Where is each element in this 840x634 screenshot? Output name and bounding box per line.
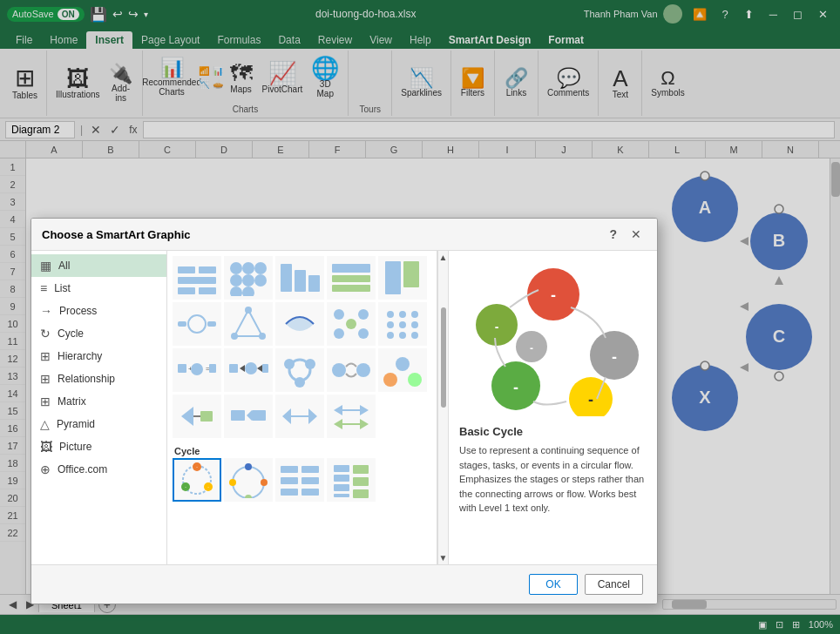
svg-point-68 <box>284 359 295 369</box>
svg-rect-113 <box>353 465 369 474</box>
category-officecom[interactable]: ⊕ Office.com <box>31 458 166 481</box>
scroll-up-button[interactable]: ▲ <box>437 251 450 264</box>
list-category-icon: ≡ <box>40 281 47 295</box>
thumb-12[interactable] <box>224 348 273 392</box>
svg-rect-39 <box>207 321 216 327</box>
svg-text:-: - <box>494 320 498 334</box>
svg-point-45 <box>334 328 344 339</box>
category-hierarchy[interactable]: ⊞ Hierarchy <box>31 345 166 368</box>
svg-rect-109 <box>334 465 349 472</box>
svg-point-101 <box>245 495 252 498</box>
svg-rect-108 <box>301 489 319 496</box>
thumb-19[interactable] <box>327 395 376 438</box>
thumb-17[interactable] <box>224 395 273 438</box>
dialog-help-button[interactable]: ? <box>604 226 622 243</box>
svg-rect-82 <box>252 410 266 421</box>
dialog-overlay: Choose a SmartArt Graphic ? ✕ ▦ All ≡ Li… <box>0 0 840 634</box>
svg-rect-62 <box>229 364 238 373</box>
cancel-button[interactable]: Cancel <box>585 574 643 595</box>
svg-point-53 <box>411 321 418 328</box>
thumb-cycle-1-selected[interactable]: - - - <box>173 458 221 502</box>
svg-marker-91 <box>360 419 369 429</box>
category-officecom-label: Office.com <box>58 463 107 476</box>
preview-title: Basic Cycle <box>459 425 647 438</box>
thumb-5[interactable] <box>378 256 427 300</box>
thumb-11[interactable]: += <box>173 348 221 392</box>
preview-pane: - - - - - <box>449 251 657 564</box>
svg-text:-: - <box>612 348 617 366</box>
cycle-row-1: - - - <box>173 458 431 502</box>
category-list[interactable]: ≡ List <box>31 277 166 300</box>
svg-point-46 <box>358 328 369 339</box>
dialog-close-button[interactable]: ✕ <box>626 226 647 243</box>
thumb-cycle-4[interactable] <box>327 458 376 502</box>
thumbnails-scrollbar[interactable]: ▲ ▼ <box>437 251 448 564</box>
thumb-cycle-2[interactable] <box>224 458 273 502</box>
thumb-16[interactable] <box>173 395 221 438</box>
svg-rect-61 <box>209 364 216 373</box>
dialog-title-buttons: ? ✕ <box>604 226 647 243</box>
svg-rect-18 <box>178 277 216 284</box>
thumb-10[interactable] <box>378 302 427 346</box>
category-pyramid[interactable]: △ Pyramid <box>31 413 166 435</box>
ok-button[interactable]: OK <box>529 574 577 595</box>
category-process-label: Process <box>59 305 97 317</box>
svg-marker-63 <box>240 365 245 372</box>
svg-marker-89 <box>334 419 342 429</box>
thumb-6[interactable] <box>173 302 221 346</box>
svg-rect-16 <box>178 266 195 273</box>
category-process[interactable]: → Process <box>31 300 166 322</box>
svg-point-102 <box>229 479 236 486</box>
thumb-7[interactable] <box>224 302 273 346</box>
svg-point-24 <box>230 274 242 287</box>
thumb-14[interactable] <box>327 348 376 392</box>
category-picture-label: Picture <box>59 441 91 453</box>
category-relationship[interactable]: ⊞ Relationship <box>31 368 166 390</box>
thumb-cycle-3[interactable] <box>275 458 324 502</box>
thumb-8[interactable] <box>275 302 324 346</box>
svg-text:-: - <box>530 342 533 354</box>
svg-rect-32 <box>332 264 370 273</box>
svg-point-59 <box>191 363 203 375</box>
scroll-thumb[interactable] <box>441 307 446 408</box>
thumb-1[interactable] <box>173 256 221 300</box>
svg-rect-111 <box>334 484 349 491</box>
svg-point-47 <box>346 319 356 329</box>
svg-rect-80 <box>231 410 245 421</box>
svg-point-54 <box>387 332 394 339</box>
svg-rect-115 <box>353 489 369 498</box>
svg-rect-112 <box>334 494 349 497</box>
thumb-4[interactable] <box>327 256 376 300</box>
svg-marker-76 <box>181 407 193 426</box>
svg-point-74 <box>383 373 397 387</box>
relationship-category-icon: ⊞ <box>40 372 51 386</box>
svg-rect-31 <box>308 275 320 292</box>
svg-marker-81 <box>247 410 252 421</box>
thumb-2[interactable] <box>224 256 273 300</box>
thumb-9[interactable] <box>327 302 376 346</box>
svg-point-73 <box>396 357 410 371</box>
category-relationship-label: Relationship <box>58 373 115 385</box>
category-picture[interactable]: 🖼 Picture <box>31 435 166 458</box>
dialog-title: Choose a SmartArt Graphic <box>42 228 191 241</box>
thumb-18[interactable] <box>275 395 324 438</box>
category-all[interactable]: ▦ All <box>31 254 166 277</box>
thumb-13[interactable] <box>275 348 324 392</box>
basic-cycle-preview: - - - - - <box>462 264 645 416</box>
svg-point-27 <box>230 287 242 296</box>
svg-point-69 <box>305 359 315 369</box>
svg-rect-38 <box>178 321 186 327</box>
thumb-15[interactable] <box>378 348 427 392</box>
svg-rect-20 <box>199 287 216 294</box>
category-cycle[interactable]: ↻ Cycle <box>31 322 166 345</box>
category-matrix[interactable]: ⊞ Matrix <box>31 390 166 413</box>
svg-point-52 <box>399 321 406 328</box>
svg-point-43 <box>334 309 344 320</box>
thumbnails-pane: += <box>167 251 437 564</box>
thumb-3[interactable] <box>275 256 324 300</box>
svg-point-70 <box>295 377 305 388</box>
svg-marker-65 <box>257 365 262 372</box>
scroll-down-button[interactable]: ▼ <box>437 551 450 564</box>
picture-category-icon: 🖼 <box>40 440 52 454</box>
svg-point-75 <box>408 373 422 387</box>
